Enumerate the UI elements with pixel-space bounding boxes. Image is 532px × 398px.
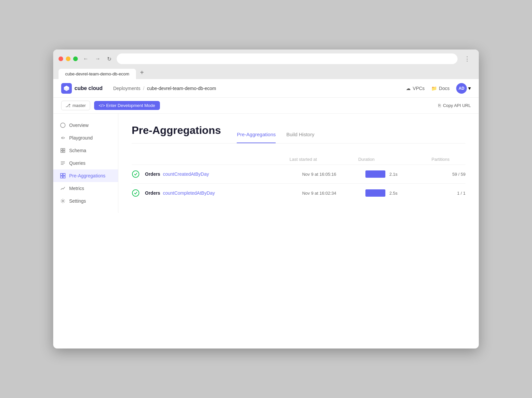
sidebar-label-queries: Queries — [69, 160, 85, 166]
duration-cell-2: 2.5s — [352, 189, 412, 197]
svg-point-13 — [62, 200, 64, 202]
vpcs-label: VPCs — [413, 86, 425, 91]
page-tabs: Pre-Aggregations Build History — [237, 132, 314, 143]
logo-icon — [61, 83, 72, 94]
sidebar-label-schema: Schema — [69, 148, 86, 153]
back-button[interactable]: ← — [82, 54, 90, 63]
status-icon — [132, 170, 140, 178]
secondary-nav: ⎇ master </> Enter Development Mode ⎘ Co… — [53, 98, 479, 114]
overview-icon — [60, 122, 66, 128]
top-nav-actions: ☁ VPCs 📁 Docs AD ▾ — [406, 83, 471, 94]
settings-icon — [60, 198, 66, 204]
page-title: Pre-Aggregations — [132, 124, 221, 143]
col-header-duration: Duration — [336, 157, 396, 162]
branch-button[interactable]: ⎇ master — [61, 101, 90, 110]
col-header-partitions: Partitions — [396, 157, 450, 162]
branch-label: master — [72, 103, 86, 108]
main-layout: Overview Playground Schema — [53, 114, 479, 213]
sidebar-item-metrics[interactable]: Metrics — [53, 182, 118, 195]
sidebar: Overview Playground Schema — [53, 114, 118, 213]
browser-titlebar: ← → ↻ ⋮ cube-devrel-team-demo-db-ecom + — [53, 50, 479, 79]
dev-mode-label: </> Enter Development Mode — [99, 103, 155, 108]
schema-icon — [60, 148, 66, 153]
col-header-last-started: Last started at — [270, 157, 336, 162]
sidebar-item-queries[interactable]: Queries — [53, 157, 118, 169]
last-started-2: Nov 9 at 16:02:34 — [286, 191, 352, 196]
browser-menu-button[interactable]: ⋮ — [462, 54, 473, 64]
row-names: Orders countCompletedAtByDay — [145, 190, 215, 196]
cube-name-2: Orders — [145, 190, 160, 196]
row-name-cell: Orders countCompletedAtByDay — [132, 189, 286, 197]
minimize-button[interactable] — [66, 56, 70, 61]
docs-icon: 📁 — [431, 86, 437, 91]
sidebar-item-overview[interactable]: Overview — [53, 119, 118, 132]
traffic-lights — [59, 56, 78, 61]
browser-nav: ← → ↻ ⋮ — [82, 53, 473, 64]
sidebar-label-metrics: Metrics — [69, 186, 84, 191]
partitions-2: 1 / 1 — [412, 191, 466, 196]
branch-icon: ⎇ — [66, 103, 70, 108]
svg-point-1 — [61, 123, 65, 128]
breadcrumb-deployments[interactable]: Deployments — [113, 86, 140, 91]
breadcrumb-separator: / — [143, 86, 144, 91]
address-bar[interactable] — [117, 53, 458, 64]
close-button[interactable] — [59, 56, 63, 61]
vpcs-button[interactable]: ☁ VPCs — [406, 86, 425, 91]
row-names: Orders countCreatedAtByDay — [145, 171, 209, 177]
sidebar-label-pre-aggregations: Pre-Aggregations — [69, 173, 105, 178]
svg-rect-12 — [63, 176, 65, 178]
content-area: Pre-Aggregations Pre-Aggregations Build … — [118, 114, 479, 213]
queries-icon — [60, 160, 66, 166]
success-check-icon — [132, 189, 139, 197]
sidebar-label-settings: Settings — [69, 198, 86, 204]
agg-name-2[interactable]: countCompletedAtByDay — [163, 190, 215, 196]
copy-api-label: Copy API URL — [443, 103, 471, 108]
breadcrumb-current: cube-devrel-team-demo-db-ecom — [147, 86, 216, 91]
docs-button[interactable]: 📁 Docs — [431, 86, 450, 91]
docs-label: Docs — [439, 86, 450, 91]
pre-aggregations-icon — [60, 173, 66, 179]
table-row: Orders countCreatedAtByDay Nov 9 at 16:0… — [132, 164, 466, 183]
pre-aggregations-table: Last started at Duration Partitions — [132, 154, 466, 202]
breadcrumb: Deployments / cube-devrel-team-demo-db-e… — [113, 86, 406, 91]
logo: cube cloud — [61, 83, 102, 94]
maximize-button[interactable] — [73, 56, 78, 61]
tab-pre-aggregations[interactable]: Pre-Aggregations — [237, 132, 276, 143]
user-menu[interactable]: AD ▾ — [456, 83, 471, 94]
top-nav: cube cloud Deployments / cube-devrel-tea… — [53, 79, 479, 98]
svg-rect-10 — [63, 173, 65, 175]
duration-text-1: 2.1s — [389, 172, 399, 177]
last-started-1: Nov 9 at 16:05:16 — [286, 172, 352, 177]
svg-rect-4 — [61, 151, 63, 152]
table-row: Orders countCompletedAtByDay Nov 9 at 16… — [132, 183, 466, 202]
browser-tab[interactable]: cube-devrel-team-demo-db-ecom — [59, 69, 136, 79]
dev-mode-button[interactable]: </> Enter Development Mode — [94, 101, 160, 110]
svg-rect-11 — [61, 176, 63, 178]
sidebar-label-playground: Playground — [69, 135, 93, 141]
vpcs-icon: ☁ — [406, 86, 411, 91]
sidebar-item-schema[interactable]: Schema — [53, 144, 118, 157]
forward-button[interactable]: → — [94, 54, 102, 63]
sidebar-item-pre-aggregations[interactable]: Pre-Aggregations — [53, 169, 118, 182]
success-check-icon — [132, 170, 139, 178]
agg-name-1[interactable]: countCreatedAtByDay — [163, 171, 209, 177]
sidebar-item-playground[interactable]: Playground — [53, 132, 118, 144]
svg-rect-2 — [61, 149, 63, 150]
duration-cell-1: 2.1s — [352, 170, 412, 178]
status-icon — [132, 189, 140, 197]
logo-text: cube cloud — [74, 85, 102, 91]
sidebar-item-settings[interactable]: Settings — [53, 195, 118, 207]
tab-build-history[interactable]: Build History — [286, 132, 314, 143]
col-header-name — [148, 157, 270, 162]
svg-rect-9 — [61, 173, 63, 175]
avatar: AD — [456, 83, 467, 94]
app-container: cube cloud Deployments / cube-devrel-tea… — [53, 79, 479, 213]
reload-button[interactable]: ↻ — [106, 54, 113, 63]
copy-api-button[interactable]: ⎘ Copy API URL — [438, 103, 471, 108]
sidebar-label-overview: Overview — [69, 123, 88, 128]
partitions-1: 59 / 59 — [412, 172, 466, 177]
row-name-cell: Orders countCreatedAtByDay — [132, 170, 286, 178]
add-tab-button[interactable]: + — [137, 67, 147, 78]
metrics-icon — [60, 185, 66, 191]
svg-rect-3 — [63, 149, 65, 150]
